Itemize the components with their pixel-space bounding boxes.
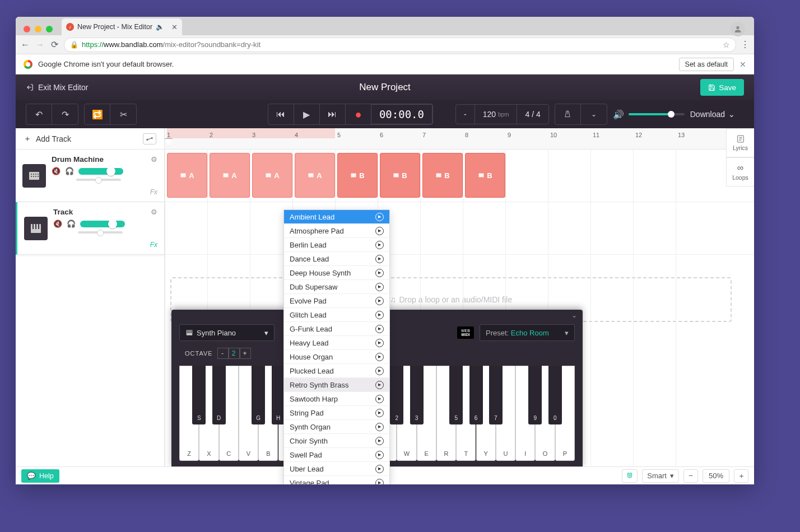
track-pan-slider[interactable] [78, 231, 123, 234]
cut-button[interactable]: ✂ [110, 104, 136, 124]
redo-button[interactable]: ↷ [52, 104, 78, 124]
midi-clip[interactable]: A [167, 153, 207, 198]
dropdown-item[interactable]: Vintage Pad▶ [284, 476, 389, 484]
preview-play-icon[interactable]: ▶ [375, 437, 384, 445]
black-key[interactable]: D [212, 366, 226, 424]
black-key[interactable]: 7 [489, 366, 503, 424]
dropdown-item[interactable]: Deep House Synth▶ [284, 266, 389, 280]
dropdown-item[interactable]: Swell Pad▶ [284, 448, 389, 462]
preview-play-icon[interactable]: ▶ [375, 283, 384, 291]
webmidi-badge[interactable]: WEBMIDI [457, 326, 474, 339]
preview-play-icon[interactable]: ▶ [375, 325, 384, 333]
panel-collapse-icon[interactable]: ⌄ [571, 311, 577, 319]
dropdown-item[interactable]: Uber Lead▶ [284, 462, 389, 476]
midi-clip[interactable]: B [465, 153, 505, 198]
window-maximize-icon[interactable] [46, 26, 53, 32]
save-button[interactable]: Save [700, 79, 744, 96]
midi-clip[interactable]: B [422, 153, 463, 198]
profile-icon[interactable] [731, 22, 745, 36]
track-settings-icon[interactable]: ⚙ [151, 208, 157, 216]
track-fx-button[interactable]: Fx [150, 241, 157, 249]
black-key[interactable]: S [192, 366, 206, 424]
timesig-display[interactable]: 4 / 4 [517, 105, 548, 124]
preview-play-icon[interactable]: ▶ [375, 311, 384, 319]
preview-play-icon[interactable]: ▶ [375, 297, 384, 305]
metronome-menu-button[interactable]: ⌄ [581, 104, 607, 124]
tab-close-icon[interactable]: ✕ [171, 23, 178, 31]
exit-button[interactable]: Exit Mix Editor [26, 83, 88, 92]
dropdown-item[interactable]: Evolve Pad▶ [284, 294, 389, 308]
midi-clip[interactable]: A [252, 153, 292, 198]
dropdown-item[interactable]: Synth Organ▶ [284, 420, 389, 434]
project-title[interactable]: New Project [359, 82, 411, 93]
track-volume-slider[interactable] [78, 168, 123, 175]
loop-button[interactable]: 🔁 [85, 104, 110, 124]
zoom-value[interactable]: 50% [703, 469, 729, 483]
automation-toggle[interactable] [143, 133, 156, 144]
track-lane[interactable] [165, 202, 754, 255]
snap-mode-selector[interactable]: Smart ▾ [642, 469, 679, 483]
lyrics-tab[interactable]: Lyrics [726, 128, 754, 157]
sound-preset-dropdown[interactable]: Ambient Lead▶Atmosphere Pad▶Berlin Lead▶… [283, 209, 390, 484]
mute-icon[interactable]: 🔇 [53, 220, 62, 228]
url-field[interactable]: 🔒 https://www.bandlab.com/mix-editor?sou… [64, 38, 736, 52]
set-default-button[interactable]: Set as default [679, 58, 734, 71]
preview-play-icon[interactable]: ▶ [375, 395, 384, 403]
dropdown-item[interactable]: Choir Synth▶ [284, 434, 389, 448]
track-name[interactable]: Drum Machine [52, 155, 157, 164]
preset-selector[interactable]: Preset: Echo Room ▾ [480, 324, 575, 341]
preview-play-icon[interactable]: ▶ [375, 409, 384, 417]
snap-magnet-button[interactable] [622, 469, 638, 483]
back-icon[interactable]: ← [20, 40, 30, 50]
key-display[interactable]: - [456, 105, 475, 124]
dropdown-item[interactable]: Dance Lead▶ [284, 252, 389, 266]
midi-clip[interactable]: B [337, 153, 378, 198]
zoom-in-button[interactable]: ＋ [734, 469, 748, 483]
mute-icon[interactable]: 🔇 [52, 167, 61, 175]
infobar-close-icon[interactable]: ✕ [739, 60, 746, 69]
preview-play-icon[interactable]: ▶ [375, 269, 384, 277]
dropdown-item[interactable]: Heavy Lead▶ [284, 336, 389, 350]
ruler-selection[interactable] [167, 128, 335, 138]
preview-play-icon[interactable]: ▶ [375, 479, 384, 485]
dropdown-item[interactable]: Sawtooth Harp▶ [284, 392, 389, 406]
undo-button[interactable]: ↶ [26, 104, 52, 124]
volume-slider[interactable] [629, 113, 685, 115]
zoom-out-button[interactable]: − [683, 469, 698, 483]
window-close-icon[interactable] [24, 26, 30, 32]
play-button[interactable]: ▶ [294, 104, 320, 124]
preview-play-icon[interactable]: ▶ [375, 353, 384, 361]
preview-play-icon[interactable]: ▶ [375, 451, 384, 459]
octave-down-button[interactable]: - [217, 348, 229, 359]
preview-play-icon[interactable]: ▶ [375, 381, 384, 389]
black-key[interactable]: 2 [390, 366, 403, 424]
dropdown-item[interactable]: Glitch Lead▶ [284, 308, 389, 322]
skip-forward-button[interactable]: ⏭ [320, 104, 346, 124]
black-key[interactable]: H [272, 366, 285, 424]
volume-control[interactable]: 🔊 [613, 109, 685, 120]
dropdown-item[interactable]: Berlin Lead▶ [284, 238, 389, 252]
track-fx-button[interactable]: Fx [150, 188, 157, 196]
black-key[interactable]: 9 [528, 366, 542, 424]
track-pan-slider[interactable] [76, 179, 121, 181]
track-settings-icon[interactable]: ⚙ [151, 155, 157, 164]
preview-play-icon[interactable]: ▶ [375, 255, 384, 263]
black-key[interactable]: 3 [410, 366, 424, 424]
browser-menu-icon[interactable]: ⋮ [741, 39, 750, 50]
instrument-selector[interactable]: Synth Piano ▾ [179, 324, 275, 341]
record-button[interactable]: ● [346, 104, 371, 124]
octave-up-button[interactable]: + [240, 348, 251, 359]
bookmark-star-icon[interactable]: ☆ [723, 40, 730, 49]
midi-clip[interactable]: A [295, 153, 335, 198]
preview-play-icon[interactable]: ▶ [375, 465, 384, 473]
metronome-button[interactable] [555, 104, 581, 124]
dropdown-item[interactable]: Dub Supersaw▶ [284, 280, 389, 294]
black-key[interactable]: 5 [449, 366, 463, 424]
reload-icon[interactable]: ⟳ [49, 39, 59, 50]
black-key[interactable]: 0 [548, 366, 562, 424]
dropdown-item[interactable]: Retro Synth Brass▶ [284, 378, 389, 392]
midi-clip[interactable]: A [210, 153, 250, 198]
dropdown-item[interactable]: Atmosphere Pad▶ [284, 224, 389, 238]
track-row[interactable]: Drum Machine 🔇 🎧 ⚙ Fx [16, 150, 164, 202]
browser-tab[interactable]: ♪ New Project - Mix Editor 🔈 ✕ [62, 18, 182, 35]
